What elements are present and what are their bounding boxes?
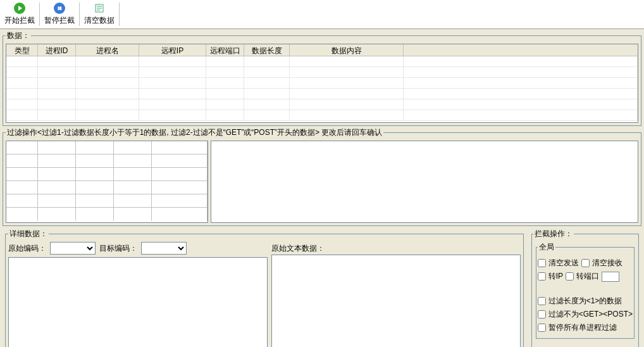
- start-intercept-button[interactable]: 开始拦截: [3, 1, 37, 27]
- clear-recv-label: 清空接收: [592, 258, 622, 268]
- fwd-port-input[interactable]: [602, 272, 619, 282]
- toolbar: 开始拦截 暂停拦截 清空数据: [0, 0, 644, 29]
- detail-legend: 详细数据：: [8, 229, 49, 239]
- filter-detail-area: [211, 141, 638, 223]
- clear-send-label: 清空发送: [548, 258, 579, 268]
- src-encoding-label: 原始编码：: [8, 243, 46, 254]
- col-spacer: [404, 44, 638, 56]
- start-label: 开始拦截: [4, 15, 35, 26]
- col-pname[interactable]: 进程名: [76, 44, 139, 56]
- filter-section: 过滤操作<过滤1-过滤数据长度小于等于1的数据, 过滤2-过滤不是“GET”或“…: [3, 127, 641, 226]
- pause-single-label: 暂停所有单进程过滤: [548, 322, 617, 333]
- filter-getpost-checkbox[interactable]: [538, 310, 546, 319]
- dst-encoding-select[interactable]: [141, 242, 187, 255]
- clear-icon: [94, 3, 105, 14]
- intercept-section: 拦截操作： 全局 清空发送 清空接收 转IP 转端口 过滤长度为<1>的数据: [531, 229, 639, 347]
- col-dlen[interactable]: 数据长度: [244, 44, 290, 56]
- raw-text-label: 原始文本数据：: [271, 243, 325, 254]
- filter-grid[interactable]: [6, 141, 208, 223]
- clear-recv-checkbox[interactable]: [581, 259, 590, 267]
- fwd-ip-checkbox[interactable]: [538, 272, 546, 281]
- col-pid[interactable]: 进程ID: [38, 44, 76, 56]
- dst-encoding-label: 目标编码：: [99, 243, 137, 254]
- col-rport[interactable]: 远程端口: [206, 44, 244, 56]
- grid-header: 类型 进程ID 进程名 远程IP 远程端口 数据长度 数据内容: [6, 44, 638, 56]
- pause-label: 暂停拦截: [44, 15, 75, 26]
- pause-intercept-button[interactable]: 暂停拦截: [42, 1, 77, 27]
- pause-icon: [54, 3, 65, 14]
- filter-legend: 过滤操作<过滤1-过滤数据长度小于等于1的数据, 过滤2-过滤不是“GET”或“…: [6, 127, 383, 138]
- separator: [119, 3, 120, 26]
- intercept-legend: 拦截操作：: [533, 229, 574, 239]
- filter-getpost-label: 过滤不为<GET><POST>: [548, 309, 633, 320]
- filter-len-checkbox[interactable]: [538, 297, 546, 305]
- grid-body: [6, 56, 638, 123]
- clear-data-button[interactable]: 清空数据: [82, 1, 116, 27]
- col-content[interactable]: 数据内容: [290, 44, 404, 56]
- col-rip[interactable]: 远程IP: [139, 44, 206, 56]
- raw-text-area[interactable]: [271, 255, 521, 347]
- data-legend: 数据：: [6, 30, 31, 41]
- fwd-port-checkbox[interactable]: [566, 272, 574, 281]
- global-section: 全局 清空发送 清空接收 转IP 转端口 过滤长度为<1>的数据: [536, 242, 635, 339]
- play-icon: [14, 3, 25, 14]
- separator: [39, 3, 40, 26]
- src-encoding-select[interactable]: [50, 242, 96, 255]
- filter-len-label: 过滤长度为<1>的数据: [548, 296, 622, 306]
- converted-text-area[interactable]: [8, 257, 268, 347]
- global-legend: 全局: [538, 242, 555, 253]
- data-section: 数据： 类型 进程ID 进程名 远程IP 远程端口 数据长度 数据内容: [3, 30, 641, 126]
- col-type[interactable]: 类型: [6, 44, 38, 56]
- detail-section: 详细数据： 原始编码： 目标编码： 原始文本数据：: [5, 229, 524, 347]
- fwd-port-label: 转端口: [576, 271, 599, 282]
- clear-send-checkbox[interactable]: [538, 259, 546, 267]
- data-grid[interactable]: 类型 进程ID 进程名 远程IP 远程端口 数据长度 数据内容: [6, 44, 638, 123]
- separator: [79, 3, 80, 26]
- fwd-ip-label: 转IP: [548, 271, 563, 282]
- clear-label: 清空数据: [84, 15, 115, 26]
- pause-single-checkbox[interactable]: [538, 324, 546, 332]
